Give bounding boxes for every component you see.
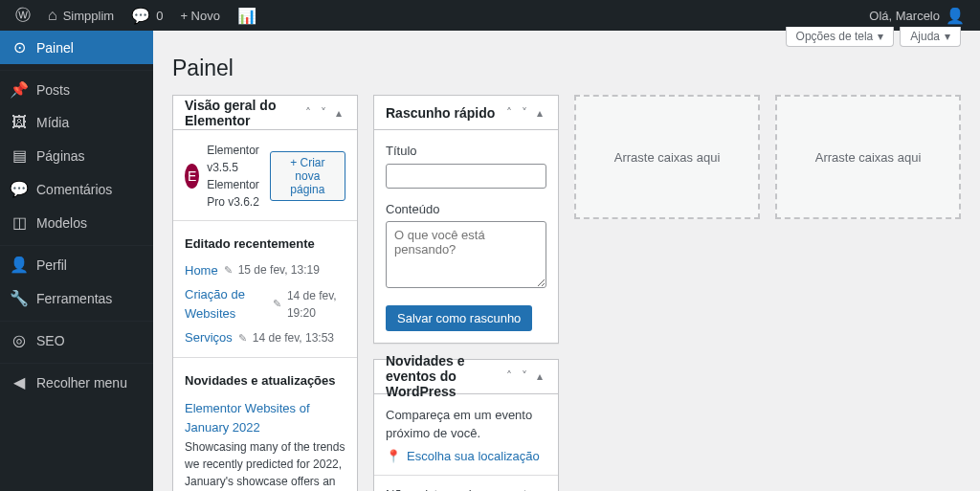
wp-logo[interactable]: ⓦ	[8, 0, 38, 31]
menu-profile[interactable]: 👤Perfil	[0, 248, 153, 281]
quick-draft-box: Rascunho rápido ˄ ˅ ▴ Título Conteúdo Sa…	[373, 95, 559, 344]
box-title: Novidades e eventos do WordPress	[386, 353, 502, 399]
pencil-icon[interactable]: ✎	[273, 296, 281, 312]
box-title: Rascunho rápido	[386, 105, 495, 121]
screen-options-tab[interactable]: Opções de tela▾	[786, 27, 895, 47]
recent-item: Home✎15 de fev, 13:19	[185, 261, 345, 280]
menu-tools[interactable]: 🔧Ferramentas	[0, 281, 153, 315]
site-name[interactable]: ⌂Simpplim	[40, 0, 122, 31]
page-title: Painel	[172, 47, 961, 85]
recent-link[interactable]: Criação de Websites	[185, 285, 267, 323]
move-up-icon[interactable]: ˄	[502, 369, 516, 383]
help-tab[interactable]: Ajuda▾	[900, 27, 961, 47]
pencil-icon[interactable]: ✎	[224, 262, 233, 279]
elementor-overview-box: Visão geral do Elementor ˄ ˅ ▴ E Element…	[172, 95, 358, 491]
news-item: Elementor Websites of January 2022Showca…	[185, 399, 345, 491]
dropzone[interactable]: Arraste caixas aqui	[775, 95, 961, 219]
comments-link[interactable]: 💬0	[123, 0, 170, 31]
menu-templates[interactable]: ◫Modelos	[0, 206, 153, 239]
dropzone[interactable]: Arraste caixas aqui	[574, 95, 760, 219]
menu-pages[interactable]: ▤Páginas	[0, 139, 153, 172]
content-label: Conteúdo	[386, 200, 546, 219]
menu-posts[interactable]: 📌Posts	[0, 73, 153, 106]
pencil-icon[interactable]: ✎	[238, 330, 247, 346]
menu-comments[interactable]: 💬Comentários	[0, 172, 153, 206]
collapse-icon: ◀	[10, 373, 29, 391]
news-link[interactable]: Elementor Websites of January 2022	[185, 401, 310, 435]
move-down-icon[interactable]: ˅	[518, 369, 531, 383]
create-page-button[interactable]: + Criar nova página	[270, 151, 345, 201]
recent-item: Criação de Websites✎14 de fev, 19:20	[185, 285, 345, 323]
save-draft-button[interactable]: Salvar como rascunho	[386, 305, 532, 331]
recent-item: Serviços✎14 de fev, 13:53	[185, 328, 345, 347]
home-icon: ⌂	[48, 7, 57, 24]
wordpress-news-box: Novidades e eventos do WordPress ˄ ˅ ▴ C…	[373, 359, 559, 492]
toggle-icon[interactable]: ▴	[332, 106, 345, 120]
page-icon: ▤	[10, 146, 29, 165]
move-down-icon[interactable]: ˅	[317, 106, 330, 120]
templates-icon: ◫	[10, 213, 29, 232]
draft-content-textarea[interactable]	[386, 221, 546, 288]
menu-media[interactable]: 🖼Mídia	[0, 106, 153, 139]
news-heading: Novidades e atualizações	[185, 371, 345, 391]
comments-icon: 💬	[10, 180, 29, 198]
avatar-icon: 👤	[946, 7, 965, 25]
location-icon: 📍	[386, 447, 401, 466]
recent-heading: Editado recentemente	[185, 234, 345, 254]
select-location-link[interactable]: Escolha sua localização	[407, 447, 540, 466]
wrench-icon: 🔧	[10, 289, 29, 307]
chart-icon: 📊	[237, 7, 256, 25]
move-up-icon[interactable]: ˄	[502, 106, 516, 120]
chevron-down-icon: ▾	[878, 30, 883, 43]
draft-title-input[interactable]	[386, 164, 546, 189]
dashboard-icon: ⊙	[10, 38, 29, 56]
user-icon: 👤	[10, 256, 29, 274]
seo-icon: ◎	[10, 331, 29, 349]
pin-icon: 📌	[10, 80, 29, 99]
attend-text: Compareça em um evento próximo de você.	[386, 406, 546, 443]
media-icon: 🖼	[10, 114, 29, 131]
admin-menu: ⊙Painel 📌Posts 🖼Mídia ▤Páginas 💬Comentár…	[0, 31, 153, 491]
collapse-menu[interactable]: ◀Recolher menu	[0, 366, 153, 399]
elementor-logo-icon: E	[185, 164, 199, 189]
toggle-icon[interactable]: ▴	[533, 106, 546, 120]
wordpress-icon: ⓦ	[15, 6, 31, 26]
move-up-icon[interactable]: ˄	[301, 106, 315, 120]
title-label: Título	[386, 142, 546, 161]
move-down-icon[interactable]: ˅	[518, 106, 531, 120]
chevron-down-icon: ▾	[945, 30, 950, 43]
no-events-text: Não existe nenhum evento agendado próxim…	[386, 485, 546, 491]
recent-link[interactable]: Serviços	[185, 328, 233, 347]
box-title: Visão geral do Elementor	[185, 98, 301, 128]
comment-icon: 💬	[131, 7, 150, 25]
toggle-icon[interactable]: ▴	[533, 369, 546, 383]
recent-link[interactable]: Home	[185, 261, 218, 280]
menu-dashboard[interactable]: ⊙Painel	[0, 31, 153, 64]
menu-seo[interactable]: ◎SEO	[0, 324, 153, 357]
